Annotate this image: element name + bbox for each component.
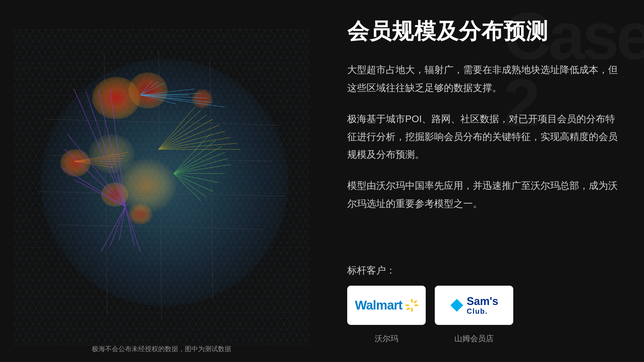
- sams-diamond-icon: [450, 298, 464, 312]
- svg-point-62: [406, 307, 411, 310]
- sams-club-card: Sam's Club.: [435, 286, 513, 325]
- paragraph-1: 大型超市占地大，辐射广，需要在非成熟地块选址降低成本，但这些区域往往缺乏足够的数…: [347, 61, 620, 97]
- sams-text: Sam's Club.: [467, 295, 498, 315]
- svg-line-36: [174, 164, 231, 173]
- svg-point-57: [411, 299, 413, 303]
- svg-line-6: [210, 59, 213, 300]
- svg-line-38: [174, 173, 219, 183]
- svg-rect-63: [450, 299, 463, 312]
- road-lines: [14, 29, 309, 345]
- svg-line-53: [74, 158, 122, 161]
- svg-line-42: [159, 107, 195, 149]
- hex-density-map: [14, 29, 309, 345]
- walmart-logo: Walmart: [355, 298, 418, 313]
- sams-name: Sam's: [467, 295, 498, 307]
- sams-club-logo: Sam's Club.: [450, 295, 498, 315]
- svg-line-51: [74, 152, 128, 161]
- walmart-name: 沃尔玛: [347, 333, 426, 344]
- svg-line-28: [140, 83, 165, 95]
- paragraph-2: 极海基于城市POI、路网、社区数据，对已开项目会员的分布特征进行分析，挖掘影响会…: [347, 110, 620, 164]
- walmart-text: Walmart: [355, 298, 402, 313]
- svg-line-17: [101, 207, 125, 252]
- paragraph-3: 模型由沃尔玛中国率先应用，并迅速推广至沃尔玛总部，成为沃尔玛选址的重要参考模型之…: [347, 177, 620, 212]
- walmart-spark-icon: [405, 299, 418, 312]
- map-visual: [0, 0, 323, 362]
- content-panel: Case2 会员规模及分布预测 大型超市占地大，辐射广，需要在非成熟地块选址降低…: [323, 0, 644, 362]
- clients-section: 标杆客户： Walmart: [347, 264, 620, 344]
- svg-line-30: [140, 81, 152, 95]
- map-caption: 极海不会公布未经授权的数据，图中为测试数据: [92, 345, 231, 354]
- svg-line-3: [59, 225, 264, 229]
- sams-club-word: Club.: [467, 307, 498, 315]
- svg-line-26: [140, 95, 213, 103]
- clients-cards: Walmart: [347, 286, 620, 325]
- svg-point-60: [414, 304, 418, 306]
- svg-line-34: [174, 152, 225, 173]
- svg-point-58: [411, 308, 413, 312]
- svg-line-2: [38, 192, 285, 196]
- clients-names: 沃尔玛 山姆会员店: [347, 333, 620, 344]
- svg-line-13: [62, 167, 125, 207]
- svg-point-59: [405, 304, 409, 306]
- page-layout: 极海不会公布未经授权的数据，图中为测试数据 Case2 会员规模及分布预测 大型…: [0, 0, 644, 362]
- svg-line-39: [174, 173, 213, 192]
- svg-line-4: [104, 53, 107, 315]
- svg-line-19: [125, 207, 140, 252]
- svg-line-46: [159, 125, 219, 149]
- map-panel: 极海不会公布未经授权的数据，图中为测试数据: [0, 0, 323, 362]
- svg-point-61: [413, 300, 418, 303]
- walmart-card: Walmart: [347, 286, 426, 325]
- svg-line-15: [119, 207, 125, 240]
- svg-line-44: [159, 115, 207, 149]
- clients-label: 标杆客户：: [347, 264, 620, 277]
- svg-line-0: [44, 119, 279, 125]
- sams-club-name: 山姆会员店: [435, 333, 513, 344]
- svg-line-35: [174, 158, 228, 173]
- svg-line-29: [140, 81, 159, 95]
- page-title: 会员规模及分布预测: [347, 18, 620, 44]
- svg-line-41: [174, 173, 201, 201]
- svg-line-5: [159, 50, 162, 318]
